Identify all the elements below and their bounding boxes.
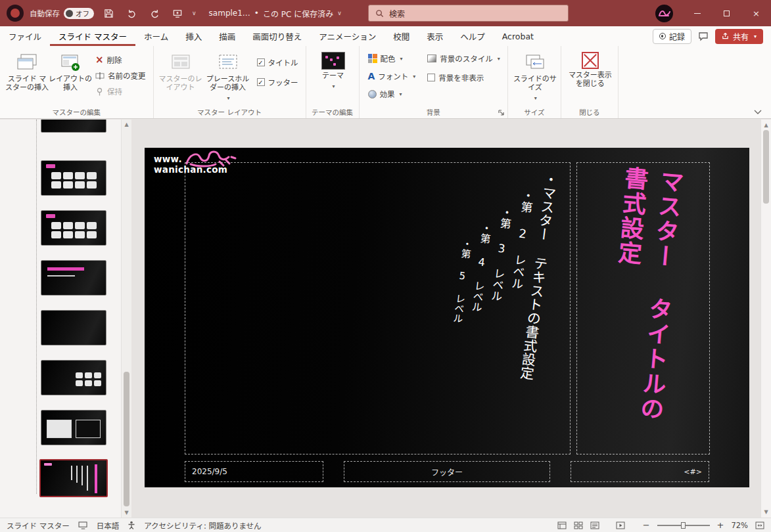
tab-file[interactable]: ファイル xyxy=(0,26,50,46)
autosave-state: オフ xyxy=(76,9,89,18)
slide-size-button[interactable]: スライドのサイズ ▾ xyxy=(513,49,557,106)
zoom-percentage[interactable]: 72% xyxy=(731,521,748,530)
tab-transitions[interactable]: 画面切り替え xyxy=(244,26,310,46)
normal-view-icon[interactable] xyxy=(557,521,567,529)
tab-animations[interactable]: アニメーション xyxy=(310,26,385,46)
share-button[interactable]: 共有 ▾ xyxy=(715,29,763,44)
close-master-view-button[interactable]: マスター表示を閉じる xyxy=(567,49,614,106)
colors-button[interactable]: 配色 ▾ xyxy=(365,51,419,66)
language-indicator[interactable]: 日本語 xyxy=(97,520,120,531)
insert-placeholder-button[interactable]: プレースホルダーの挿入 ▾ xyxy=(202,49,254,106)
user-avatar[interactable] xyxy=(655,5,673,22)
thumbnail-3[interactable] xyxy=(41,210,106,246)
powerpoint-window: 自動保存 オフ ∨ sample1… • この P xyxy=(0,0,771,532)
redo-button[interactable] xyxy=(146,5,163,22)
body-placeholder[interactable]: ・マスター テキストの書式設定 ・第 2 レベル ・第 3 レベル ・第 4 レ… xyxy=(185,162,571,454)
slide-master-layout[interactable]: www. wanichan.com ・マスター テキストの書式設定 ・第 2 レ… xyxy=(145,148,749,487)
save-button[interactable] xyxy=(100,5,117,22)
record-button[interactable]: 記録 xyxy=(653,29,691,44)
maximize-button[interactable] xyxy=(712,0,741,26)
collapse-ribbon-chevron[interactable] xyxy=(754,110,762,114)
thumbnail-7[interactable] xyxy=(41,410,106,445)
title-placeholder[interactable]: マスター タイトルの書式設定 xyxy=(576,162,710,454)
tab-slide-master[interactable]: スライド マスター xyxy=(50,26,135,46)
tab-home[interactable]: ホーム xyxy=(135,26,177,46)
thumbnail-2[interactable] xyxy=(41,160,106,196)
slideshow-view-icon[interactable] xyxy=(616,521,625,529)
group-close: マスター表示を閉じる 閉じる xyxy=(561,46,619,118)
scrollbar-thumb[interactable] xyxy=(763,130,769,204)
dialog-launcher-icon[interactable] xyxy=(498,109,505,116)
title-checkbox-label: タイトル xyxy=(268,57,298,68)
panel-scrollbar-thumb[interactable] xyxy=(124,372,129,506)
effects-button[interactable]: 効果 ▾ xyxy=(365,87,419,101)
master-layout-button[interactable]: マスターのレイアウト xyxy=(159,49,202,106)
comment-icon[interactable] xyxy=(698,32,709,41)
preserve-button[interactable]: 保持 xyxy=(92,84,149,99)
master-layout-icon xyxy=(171,52,191,73)
thumbnail-1[interactable] xyxy=(41,120,106,133)
chevron-down-icon: ▾ xyxy=(413,74,415,79)
undo-button[interactable] xyxy=(123,5,140,22)
slide-sorter-icon[interactable] xyxy=(574,521,583,529)
chevron-down-icon[interactable]: ∨ xyxy=(192,10,197,16)
insert-layout-button[interactable]: レイアウトの挿入 xyxy=(49,49,92,106)
thumbnail-6[interactable] xyxy=(41,360,106,395)
rename-button[interactable]: 名前の変更 xyxy=(92,68,149,83)
maximize-icon xyxy=(724,11,730,16)
minimize-button[interactable] xyxy=(682,0,712,26)
zoom-in-button[interactable]: + xyxy=(717,520,724,530)
master-layout-label: マスターのレイアウト xyxy=(159,75,202,92)
background-styles-label: 背景のスタイル xyxy=(440,53,493,64)
date-text: 2025/9/5 xyxy=(192,467,227,476)
reading-view-icon[interactable] xyxy=(590,521,599,529)
title-checkbox[interactable]: タイトル xyxy=(254,55,302,70)
scroll-up-icon[interactable]: ▲ xyxy=(761,122,771,128)
present-button[interactable] xyxy=(169,5,186,22)
slide-number-text: <#> xyxy=(684,468,702,476)
fonts-button[interactable]: A フォント ▾ xyxy=(365,69,419,83)
slide-size-label: スライドのサイズ xyxy=(513,75,557,92)
group-label-background: 背景 xyxy=(360,107,507,117)
vertical-scrollbar[interactable]: ▲ ▼ xyxy=(760,120,771,518)
group-master-edit: スライド マスターの挿入 レイアウトの挿入 × 削除 名前の変更 xyxy=(0,46,154,118)
date-placeholder[interactable]: 2025/9/5 xyxy=(185,461,323,482)
themes-button[interactable]: テーマ ▾ xyxy=(312,49,355,106)
search-input[interactable]: 検索 xyxy=(368,5,569,22)
rename-label: 名前の変更 xyxy=(108,70,146,81)
accessibility-status[interactable]: アクセシビリティ: 問題ありません xyxy=(144,520,261,531)
delete-button[interactable]: × 削除 xyxy=(92,53,149,67)
slide-number-placeholder[interactable]: <#> xyxy=(571,461,709,482)
tab-draw[interactable]: 描画 xyxy=(210,26,244,46)
tab-help[interactable]: ヘルプ xyxy=(452,26,494,46)
tab-insert[interactable]: 挿入 xyxy=(177,26,210,46)
footer-checkbox[interactable]: フッター xyxy=(254,75,302,89)
fit-to-window-icon[interactable] xyxy=(755,521,764,529)
close-button[interactable]: × xyxy=(741,0,771,26)
chevron-down-icon: ▾ xyxy=(332,82,335,91)
display-settings-icon[interactable] xyxy=(78,521,88,529)
panel-scrollbar[interactable]: ▲ ▼ xyxy=(121,120,131,518)
zoom-out-button[interactable]: − xyxy=(643,520,650,530)
checkbox-checked-icon xyxy=(257,78,265,86)
footer-placeholder[interactable]: フッター xyxy=(344,461,550,482)
tab-review[interactable]: 校閲 xyxy=(385,26,418,46)
tab-acrobat[interactable]: Acrobat xyxy=(494,26,542,46)
scroll-up-icon[interactable]: ▲ xyxy=(122,122,131,127)
insert-placeholder-label: プレースホルダーの挿入 xyxy=(206,75,250,92)
app-icon[interactable] xyxy=(7,5,24,22)
scroll-down-icon[interactable]: ▼ xyxy=(761,509,771,515)
zoom-slider[interactable] xyxy=(657,525,710,526)
thumbnail-8-selected[interactable] xyxy=(39,459,108,497)
document-title[interactable]: sample1… • この PC に保存済み ∨ xyxy=(209,8,342,19)
thumbnail-5[interactable] xyxy=(41,310,106,345)
zoom-slider-knob[interactable] xyxy=(681,522,686,529)
hide-background-checkbox[interactable]: 背景を非表示 xyxy=(424,70,503,85)
background-styles-button[interactable]: 背景のスタイル ▾ xyxy=(424,51,503,66)
thumbnail-4[interactable] xyxy=(41,260,106,296)
insert-slide-master-button[interactable]: スライド マスターの挿入 xyxy=(5,49,49,106)
autosave-toggle[interactable]: 自動保存 オフ xyxy=(30,8,94,19)
tab-view[interactable]: 表示 xyxy=(418,26,452,46)
separator-dot: • xyxy=(254,9,259,18)
scroll-down-icon[interactable]: ▼ xyxy=(122,510,131,516)
